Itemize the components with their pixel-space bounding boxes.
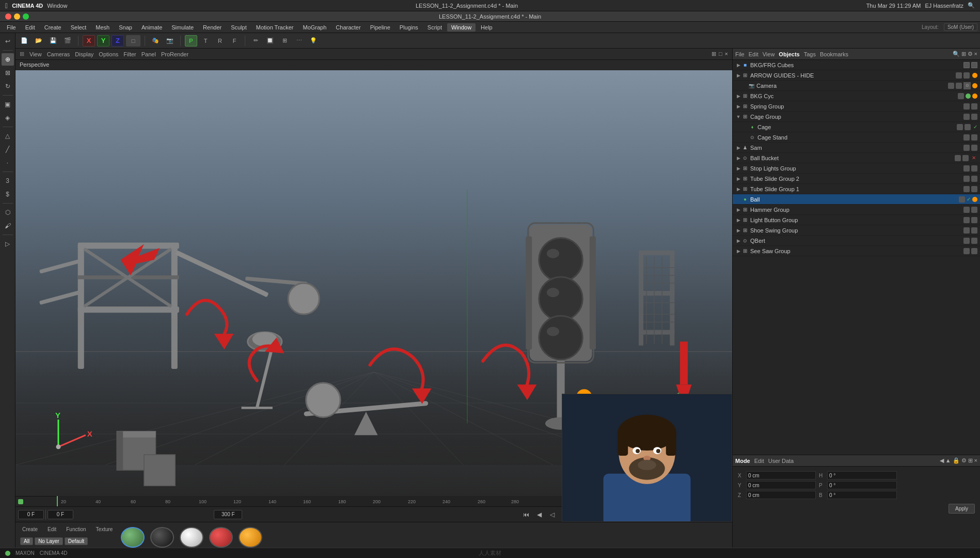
- tb-x[interactable]: X: [83, 35, 95, 47]
- tb-front[interactable]: F: [228, 35, 241, 47]
- render-btn[interactable]: [971, 176, 977, 182]
- obj-cage[interactable]: ♦ Cage ✓: [733, 122, 980, 132]
- attr-close[interactable]: ×: [974, 457, 977, 464]
- current-frame-input[interactable]: [18, 510, 44, 519]
- menu-help[interactable]: Help: [477, 23, 497, 32]
- tool-undo[interactable]: ↩: [2, 35, 14, 48]
- expand-icon[interactable]: ▼: [735, 114, 741, 120]
- mat-tab-create[interactable]: Create: [18, 525, 42, 533]
- tool-rotate[interactable]: ↻: [2, 80, 14, 92]
- expand-icon[interactable]: ▶: [735, 227, 741, 234]
- vp-tab-panel[interactable]: Panel: [141, 51, 156, 57]
- expand-icon[interactable]: ▶: [735, 217, 741, 223]
- menu-mesh[interactable]: Mesh: [91, 23, 114, 32]
- om-expand[interactable]: ⊞: [961, 51, 966, 57]
- vp-expand[interactable]: ⊞: [712, 51, 716, 57]
- tool-live-select[interactable]: ◈: [2, 112, 14, 124]
- window-menu[interactable]: Window: [47, 3, 67, 9]
- om-objects[interactable]: Objects: [779, 51, 799, 57]
- expand-icon[interactable]: ▶: [735, 248, 741, 254]
- vis-btn[interactable]: [957, 124, 963, 130]
- render-btn[interactable]: [971, 134, 977, 141]
- tool-dollar[interactable]: $: [2, 188, 14, 200]
- vp-tab-cameras[interactable]: Cameras: [47, 51, 70, 57]
- pb-goto-start[interactable]: ⏮: [520, 509, 532, 520]
- vis-btn[interactable]: [963, 207, 970, 213]
- tb-open[interactable]: 📂: [33, 35, 45, 47]
- render-btn[interactable]: [965, 124, 971, 130]
- attr-expand[interactable]: ⊞: [968, 457, 973, 464]
- menu-simulate[interactable]: Simulate: [167, 23, 198, 32]
- menu-motion-tracker[interactable]: Motion Tracker: [252, 23, 298, 32]
- close-button[interactable]: [5, 13, 11, 20]
- mat-filter-default[interactable]: Default: [65, 537, 88, 545]
- expand-icon[interactable]: ▶: [735, 155, 741, 161]
- vis-btn[interactable]: [948, 83, 954, 89]
- obj-light-button-group[interactable]: ▶ ⊞ Light Button Group: [733, 215, 980, 225]
- render-btn[interactable]: [956, 83, 962, 89]
- attr-mode[interactable]: Mode: [735, 458, 750, 464]
- om-tags[interactable]: Tags: [804, 51, 816, 57]
- mat-tab-function[interactable]: Function: [62, 525, 90, 533]
- tool-3[interactable]: 3: [2, 175, 14, 187]
- menu-edit[interactable]: Edit: [21, 23, 39, 32]
- vis-btn[interactable]: [958, 93, 964, 99]
- end-frame-input[interactable]: [214, 510, 242, 519]
- obj-bkg-cyc[interactable]: ▶ ⊞ BKG Cyc: [733, 91, 980, 101]
- tb-y[interactable]: Y: [97, 35, 109, 47]
- vp-tab-prorender[interactable]: ProRender: [161, 51, 188, 57]
- menu-file[interactable]: File: [3, 23, 20, 32]
- vis-btn[interactable]: [963, 186, 970, 192]
- maximize-button[interactable]: [23, 13, 29, 20]
- tool-scale[interactable]: ⊠: [2, 67, 14, 79]
- obj-ball[interactable]: ● Ball ✓: [733, 194, 980, 205]
- tb-pencil[interactable]: ✏: [249, 35, 262, 47]
- expand-icon[interactable]: ▶: [735, 207, 741, 213]
- expand-icon[interactable]: ▶: [735, 93, 741, 99]
- render-btn[interactable]: [971, 165, 977, 172]
- expand-icon[interactable]: [742, 124, 749, 130]
- render-btn[interactable]: [971, 186, 977, 192]
- tb-save[interactable]: 💾: [47, 35, 59, 47]
- tb-perspective[interactable]: P: [185, 35, 197, 47]
- vis-btn[interactable]: [963, 103, 970, 110]
- camera-target-icon[interactable]: ⊙: [963, 82, 971, 89]
- om-edit[interactable]: Edit: [749, 51, 758, 57]
- render-btn[interactable]: [971, 103, 977, 110]
- vis-btn[interactable]: [963, 165, 970, 172]
- om-close[interactable]: ×: [974, 51, 977, 57]
- menu-render[interactable]: Render: [199, 23, 226, 32]
- attr-settings[interactable]: ⚙: [961, 457, 967, 464]
- mat-tab-edit[interactable]: Edit: [43, 525, 60, 533]
- obj-spring-group[interactable]: ▶ ⊞ Spring Group: [733, 101, 980, 112]
- tb-render[interactable]: 🎬: [61, 35, 74, 47]
- vis-btn[interactable]: [963, 176, 970, 182]
- tool-move[interactable]: ⊕: [2, 53, 14, 66]
- menu-plugins[interactable]: Plugins: [396, 23, 422, 32]
- menu-create[interactable]: Create: [40, 23, 66, 32]
- obj-tube-slide-1[interactable]: ▶ ⊞ Tube Slide Group 1: [733, 184, 980, 194]
- expand-icon[interactable]: ▶: [735, 72, 741, 79]
- vp-maximize[interactable]: □: [719, 51, 722, 57]
- vis-btn[interactable]: [963, 145, 970, 151]
- tool-animation[interactable]: ▷: [2, 238, 14, 250]
- menu-mograph[interactable]: MoGraph: [298, 23, 330, 32]
- vis-btn[interactable]: [963, 238, 970, 244]
- apply-button[interactable]: Apply: [949, 504, 975, 514]
- vis-btn[interactable]: [959, 196, 965, 203]
- obj-sam[interactable]: ▶ ♟ Sam: [733, 143, 980, 153]
- tool-point[interactable]: ·: [2, 157, 14, 169]
- z-pos-input[interactable]: [746, 491, 816, 499]
- attr-lock[interactable]: 🔒: [953, 457, 960, 464]
- render-btn[interactable]: [971, 62, 977, 68]
- minimize-button[interactable]: [14, 13, 20, 20]
- obj-cage-group[interactable]: ▼ ⊞ Cage Group: [733, 112, 980, 122]
- om-file[interactable]: File: [735, 51, 745, 57]
- vp-tab-view[interactable]: View: [29, 51, 42, 57]
- render-btn[interactable]: [963, 72, 970, 79]
- frame-offset-input[interactable]: [48, 510, 73, 519]
- render-btn[interactable]: [971, 227, 977, 234]
- render-btn[interactable]: [962, 155, 969, 161]
- vis-btn[interactable]: [955, 155, 961, 161]
- tool-brush[interactable]: 🖌: [2, 220, 14, 232]
